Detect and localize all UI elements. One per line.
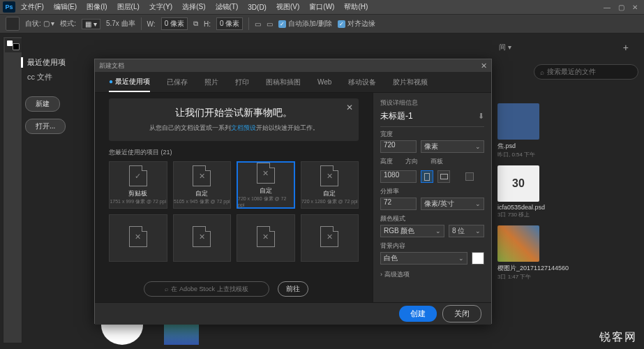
preset-header: 您最近使用的项目 (21) — [109, 148, 359, 157]
resolution-input[interactable]: 72 — [380, 198, 417, 210]
align-icon[interactable]: ▭ — [255, 20, 261, 28]
h-value[interactable]: 0 像素 — [216, 17, 243, 30]
go-button[interactable]: 前往 — [278, 281, 308, 297]
color-mode-select[interactable]: RGB 颜色 — [380, 225, 444, 237]
add-icon[interactable]: + — [623, 42, 629, 53]
menu-3d[interactable]: 3D(D) — [244, 2, 271, 13]
preset-clipboard[interactable]: 剪贴板 1751 x 999 像素 @ 72 ppi — [109, 161, 167, 209]
new-document-dialog: 新建文档 ✕ ●最近使用项 已保存 照片 打印 图稿和插图 Web 移动设备 胶… — [94, 59, 492, 324]
tab-saved[interactable]: 已保存 — [167, 73, 188, 91]
adobe-stock-search[interactable]: ⌕ 在 Adobe Stock 上查找模板 — [144, 281, 269, 297]
document-icon — [257, 163, 275, 184]
constrain-checkbox[interactable]: ✓ 对齐边缘 — [338, 19, 375, 29]
save-preset-icon[interactable]: ⬇ — [478, 112, 484, 121]
document-icon — [193, 226, 211, 247]
separator — [248, 17, 249, 30]
file-thumb — [497, 225, 539, 262]
promo-close-icon[interactable]: ✕ — [346, 103, 353, 112]
align-icon-2[interactable]: ▭ — [267, 20, 273, 28]
search-input[interactable]: ⌕ 搜索最近的文件 — [534, 64, 638, 80]
w-label: W: — [147, 20, 156, 28]
preset-custom[interactable] — [173, 214, 232, 262]
height-input[interactable]: 1080 — [380, 170, 417, 183]
file-item[interactable]: 30 icfa0535deal.psd 3日 730 移上 — [497, 165, 623, 218]
tab-web[interactable]: Web — [317, 74, 331, 90]
separator — [141, 17, 142, 30]
preset-custom[interactable]: 自定 5105 x 945 像素 @ 72 ppi — [173, 161, 232, 209]
file-meta: 3日 1:47 下午 — [497, 273, 623, 281]
w-value[interactable]: 0 像素 — [161, 17, 188, 30]
create-button[interactable]: 创建 — [399, 306, 437, 322]
window-minimize[interactable]: — — [601, 2, 613, 12]
open-button[interactable]: 打开... — [25, 119, 66, 134]
sidebar-cc-files[interactable]: cc 文件 — [21, 72, 91, 82]
dialog-titlebar: 新建文档 ✕ — [95, 59, 491, 72]
preset-dim: 720 x 1280 像素 @ 72 ppi — [301, 198, 358, 205]
mode-label: 模式: — [60, 19, 76, 29]
preset-custom[interactable] — [237, 214, 295, 262]
menu-select[interactable]: 选择(S) — [178, 1, 209, 13]
promo-link[interactable]: 文档预设 — [231, 124, 256, 131]
menu-edit[interactable]: 编辑(E) — [50, 1, 81, 13]
menu-type[interactable]: 文字(Y) — [145, 1, 177, 13]
file-meta: 3日 730 移上 — [497, 211, 623, 218]
orient-label: 方向 — [405, 157, 418, 166]
close-button[interactable]: 关闭 — [442, 305, 481, 322]
resolution-unit-select[interactable]: 像素/英寸 — [421, 198, 484, 210]
width-unit-select[interactable]: 像素 — [421, 140, 484, 153]
mode-value[interactable]: ▦ ▾ — [82, 19, 100, 29]
menu-view[interactable]: 视图(V) — [272, 1, 304, 13]
document-title[interactable]: 未标题-1 — [380, 110, 413, 122]
width-input[interactable]: 720 — [380, 140, 417, 153]
tab-film[interactable]: 胶片和视频 — [393, 73, 428, 91]
tab-recent[interactable]: ●最近使用项 — [109, 73, 150, 92]
color-mode-label: 颜色模式 — [380, 214, 484, 223]
adobe-stock-label: 在 Adobe Stock 上查找模板 — [171, 285, 248, 294]
bg-color-swatch[interactable] — [472, 252, 484, 265]
panel-label: 间 ▾ — [499, 43, 511, 52]
document-icon — [320, 165, 338, 186]
tab-photo[interactable]: 照片 — [204, 73, 218, 91]
bg-content-select[interactable]: 白色 — [380, 252, 467, 265]
menu-file[interactable]: 文件(F) — [17, 1, 48, 13]
color-swatches[interactable] — [5, 38, 22, 52]
preset-custom[interactable] — [301, 214, 359, 262]
orientation-portrait[interactable] — [421, 170, 433, 183]
document-icon — [257, 226, 275, 247]
file-item[interactable]: 樱图片_20171127144560 3日 1:47 下午 — [497, 225, 623, 281]
bit-depth-select[interactable]: 8 位 — [449, 225, 484, 237]
file-item[interactable]: 焦.psd 昨日, 0:54 下午 — [497, 103, 623, 158]
menu-filter[interactable]: 滤镜(T) — [211, 1, 243, 13]
window-maximize[interactable]: ▢ — [615, 2, 627, 12]
menu-image[interactable]: 图像(I) — [82, 1, 111, 13]
preset-custom[interactable] — [109, 214, 167, 262]
tab-mobile[interactable]: 移动设备 — [348, 73, 376, 91]
preset-custom[interactable]: 自定 720 x 1280 像素 @ 72 ppi — [301, 161, 359, 209]
advanced-options-toggle[interactable]: 高级选项 — [380, 270, 484, 279]
window-close[interactable]: ✕ — [629, 2, 641, 12]
check-icon: ✓ — [338, 20, 345, 28]
sidebar-recent[interactable]: 最近使用项 — [21, 57, 91, 68]
bg-label: 背景内容 — [380, 242, 484, 251]
watermark: 锐客网 — [599, 330, 637, 345]
file-thumb — [497, 103, 539, 140]
preset-custom-selected[interactable]: 自定 720 x 1080 像素 @ 72 ppi — [237, 161, 295, 209]
preset-name: 自定 — [323, 189, 336, 198]
height-label: 高度 — [380, 157, 393, 166]
file-name: icfa0535deal.psd — [497, 204, 623, 211]
new-button[interactable]: 新建 — [25, 96, 60, 112]
orientation-landscape[interactable] — [437, 170, 450, 183]
menu-layer[interactable]: 图层(L) — [113, 1, 144, 13]
file-name: 樱图片_20171127144560 — [497, 264, 623, 273]
auto-add-checkbox[interactable]: ✓ 自动添加/删除 — [278, 19, 332, 29]
artboard-checkbox[interactable] — [465, 172, 474, 181]
home-sidebar: 最近使用项 cc 文件 新建 打开... — [21, 57, 91, 134]
search-icon: ⌕ — [540, 68, 544, 76]
menu-help[interactable]: 帮助(H) — [340, 1, 372, 13]
menu-window[interactable]: 窗口(W) — [305, 1, 338, 13]
link-icon[interactable]: ⧉ — [193, 20, 198, 28]
tab-art[interactable]: 图稿和插图 — [266, 73, 301, 91]
tool-preset-picker[interactable] — [6, 17, 20, 31]
dialog-close-icon[interactable]: ✕ — [481, 61, 487, 70]
tab-print[interactable]: 打印 — [235, 73, 249, 91]
